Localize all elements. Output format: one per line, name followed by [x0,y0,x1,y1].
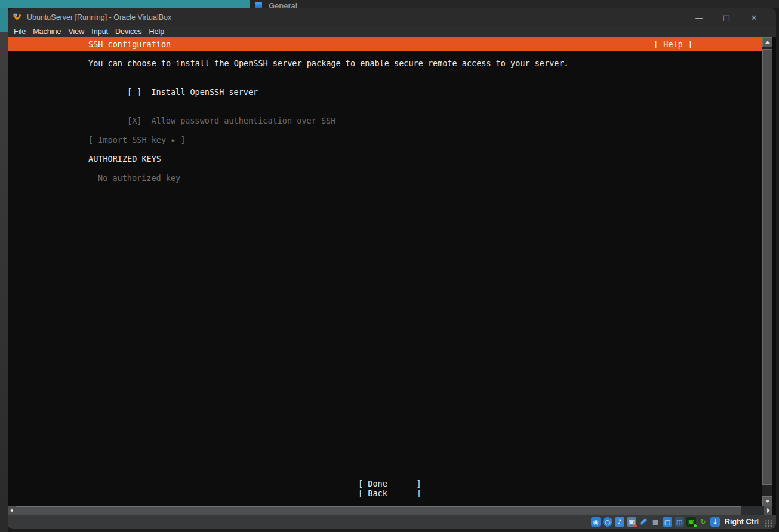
import-ssh-key-button[interactable]: [ Import SSH key ▸ ] [88,135,186,144]
scroll-down-button[interactable] [762,496,772,506]
virtualbox-window: UbuntuServer [Running] - Oracle VirtualB… [8,8,776,529]
window-titlebar[interactable]: UbuntuServer [Running] - Oracle VirtualB… [8,8,776,26]
right-arrow-icon [767,508,770,513]
installer-header: SSH configuration [ Help ] [8,37,762,51]
window-controls: — □ ✕ [685,8,768,26]
horizontal-scrollbar[interactable] [8,506,772,515]
keyboard-icon[interactable]: ↓ [710,517,720,527]
installer-page-title: SSH configuration [88,39,171,49]
general-settings-icon [255,2,262,8]
network-icon[interactable]: ▣ [627,517,636,527]
mouse-integration-icon[interactable]: ↻ [698,517,708,527]
background-window-edge [0,32,8,532]
status-icons: ◉○♪▣■▢◫▣↻↓ [591,517,720,527]
checkbox-state: [ ] [127,87,141,97]
intro-text: You can choose to install the OpenSSH se… [88,59,569,68]
audio-icon[interactable]: ♪ [615,517,624,527]
checkbox-label: Install OpenSSH server [151,87,258,97]
allow-password-auth-checkbox[interactable]: [X]Allow password authentication over SS… [88,106,335,135]
desktop-wallpaper-edge [0,8,8,32]
display-icon[interactable]: ▢ [663,517,672,527]
resize-grip[interactable] [765,519,772,527]
done-button[interactable]: [ Done ] [358,479,421,488]
optical-drives-icon[interactable]: ○ [603,517,612,527]
scroll-left-button[interactable] [8,506,16,515]
hard-disks-icon[interactable]: ◉ [591,517,601,527]
menu-machine[interactable]: Machine [29,26,64,37]
menu-bar: File Machine View Input Devices Help [8,26,776,37]
menu-devices[interactable]: Devices [112,26,145,37]
desktop-background: General UbuntuServer [Running] - Oracle … [0,0,779,532]
close-button[interactable]: ✕ [740,8,768,26]
usb-icon[interactable] [639,517,648,527]
vm-screen: You can choose to install the OpenSSH se… [8,51,762,506]
checkbox-label: Allow password authentication over SSH [151,116,335,125]
menu-file[interactable]: File [10,26,29,37]
settings-window-fragment[interactable]: General [250,0,779,8]
vertical-scrollbar[interactable] [762,37,772,506]
checkbox-state: [X] [127,116,141,125]
virtualbox-vm-icon [13,13,22,22]
maximize-button[interactable]: □ [713,8,740,26]
no-authorized-key-message: No authorized key [98,173,180,183]
window-title: UbuntuServer [Running] - Oracle VirtualB… [27,13,171,21]
up-arrow-icon [765,41,770,44]
desktop-wallpaper [0,0,250,8]
recording-icon[interactable]: ◫ [675,517,684,527]
scroll-up-button[interactable] [762,37,772,47]
help-button[interactable]: [ Help ] [654,39,692,49]
host-key-label: Right Ctrl [725,518,759,526]
settings-tab-label: General [269,1,297,8]
shared-folders-icon[interactable]: ■ [651,517,660,527]
install-openssh-checkbox[interactable]: [ ]Install OpenSSH server [88,78,258,106]
down-arrow-icon [765,500,770,503]
status-bar: ◉○♪▣■▢◫▣↻↓ Right Ctrl [8,515,776,529]
authorized-keys-heading: AUTHORIZED KEYS [88,154,161,164]
features-icon[interactable]: ▣ [686,517,696,527]
minimize-button[interactable]: — [685,8,713,26]
menu-input[interactable]: Input [88,26,112,37]
vertical-scrollbar-thumb[interactable] [762,49,772,485]
menu-help[interactable]: Help [146,26,168,37]
menu-view[interactable]: View [64,26,88,37]
back-button[interactable]: [ Back ] [358,488,421,498]
scroll-right-button[interactable] [764,506,772,515]
horizontal-scrollbar-thumb[interactable] [16,506,741,515]
left-arrow-icon [10,508,13,513]
